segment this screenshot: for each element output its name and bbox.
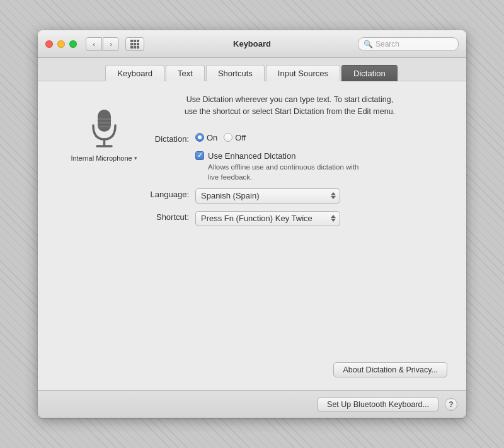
shortcut-arrow-up-icon: [331, 215, 336, 218]
keyboard-window: ‹ › Keyboard 🔍 Search Keyboard Text: [38, 30, 466, 418]
about-dictation-button[interactable]: About Dictation & Privacy...: [333, 362, 447, 377]
microphone-icon: [87, 106, 122, 151]
radio-on-label: On: [207, 133, 217, 142]
radio-group: On Off: [195, 133, 246, 142]
language-dropdown-arrow: [331, 192, 336, 199]
language-value: Spanish (Spain): [201, 191, 260, 200]
settings-grid: Dictation: On Off: [132, 133, 447, 226]
search-box[interactable]: 🔍 Search: [358, 37, 459, 51]
language-row: Language: Spanish (Spain): [132, 188, 447, 204]
language-controls: Spanish (Spain): [195, 188, 340, 204]
enhanced-dictation-checkbox[interactable]: ✓: [195, 151, 204, 160]
tab-shortcuts[interactable]: Shortcuts: [206, 65, 265, 81]
dictation-toggle-row: Dictation: On Off: [132, 133, 447, 144]
language-dropdown[interactable]: Spanish (Spain): [195, 188, 340, 204]
nav-buttons: ‹ ›: [86, 37, 119, 51]
radio-on-dot: [198, 135, 202, 139]
shortcut-arrow-down-icon: [331, 219, 336, 222]
enhanced-dictation-label: Use Enhanced Dictation: [208, 151, 295, 161]
microphone-label[interactable]: Internal Microphone ▾: [71, 154, 137, 162]
tab-text[interactable]: Text: [166, 65, 205, 81]
apps-grid-button[interactable]: [125, 37, 144, 51]
traffic-lights: [45, 40, 77, 48]
radio-on[interactable]: On: [195, 133, 217, 142]
bluetooth-keyboard-button[interactable]: Set Up Bluetooth Keyboard...: [318, 397, 438, 412]
enhanced-desc-line-1: Allows offline use and continuous dictat…: [208, 163, 359, 171]
window-title: Keyboard: [233, 39, 271, 49]
tab-keyboard[interactable]: Keyboard: [105, 65, 164, 81]
forward-button[interactable]: ›: [103, 37, 119, 51]
dictation-radio-controls: On Off: [195, 133, 246, 142]
about-section: About Dictation & Privacy...: [333, 352, 447, 377]
arrow-up-icon: [331, 192, 336, 195]
mic-name: Internal Microphone: [71, 154, 132, 162]
search-icon: 🔍: [364, 40, 373, 49]
microphone-area: Internal Microphone ▾: [76, 106, 132, 162]
maximize-button[interactable]: [69, 40, 77, 48]
shortcut-dropdown-arrow: [331, 215, 336, 222]
close-button[interactable]: [45, 40, 53, 48]
shortcut-field-label: Shortcut:: [132, 211, 189, 222]
dictation-field-label: Dictation:: [132, 133, 189, 144]
description-line-2: use the shortcut or select Start Dictati…: [132, 106, 447, 118]
dictation-description: Use Dictation wherever you can type text…: [132, 94, 447, 118]
content-area: Internal Microphone ▾ Use Dictation wher…: [38, 81, 466, 390]
tab-input-sources[interactable]: Input Sources: [266, 65, 340, 81]
back-button[interactable]: ‹: [86, 37, 102, 51]
shortcut-row: Shortcut: Press Fn (Function) Key Twice: [132, 211, 447, 226]
description-line-1: Use Dictation wherever you can type text…: [132, 94, 447, 106]
footer-bar: Set Up Bluetooth Keyboard... ?: [38, 390, 466, 418]
shortcut-value: Press Fn (Function) Key Twice: [201, 214, 312, 223]
titlebar: ‹ › Keyboard 🔍 Search: [38, 30, 466, 58]
enhanced-dictation-desc: Allows offline use and continuous dictat…: [208, 162, 447, 182]
language-field-label: Language:: [132, 188, 189, 199]
grid-icon: [130, 40, 139, 49]
back-icon: ‹: [93, 40, 95, 48]
radio-off[interactable]: Off: [224, 133, 246, 142]
shortcut-controls: Press Fn (Function) Key Twice: [195, 211, 340, 226]
tab-dictation[interactable]: Dictation: [341, 65, 398, 81]
enhanced-dictation-row: ✓ Use Enhanced Dictation Allows offline …: [195, 151, 447, 182]
radio-off-button[interactable]: [224, 133, 232, 142]
enhanced-checkbox-row: ✓ Use Enhanced Dictation: [195, 151, 447, 161]
forward-icon: ›: [110, 40, 112, 48]
mic-dropdown-arrow: ▾: [134, 155, 137, 161]
svg-rect-0: [98, 110, 111, 132]
enhanced-desc-line-2: live feedback.: [208, 173, 252, 181]
search-placeholder: Search: [375, 40, 399, 49]
tabs-bar: Keyboard Text Shortcuts Input Sources Di…: [38, 58, 466, 81]
shortcut-dropdown[interactable]: Press Fn (Function) Key Twice: [195, 211, 340, 226]
radio-on-button[interactable]: [195, 133, 204, 142]
checkmark-icon: ✓: [197, 152, 202, 159]
help-button[interactable]: ?: [445, 398, 457, 411]
radio-off-label: Off: [235, 133, 246, 142]
arrow-down-icon: [331, 196, 336, 199]
minimize-button[interactable]: [57, 40, 65, 48]
